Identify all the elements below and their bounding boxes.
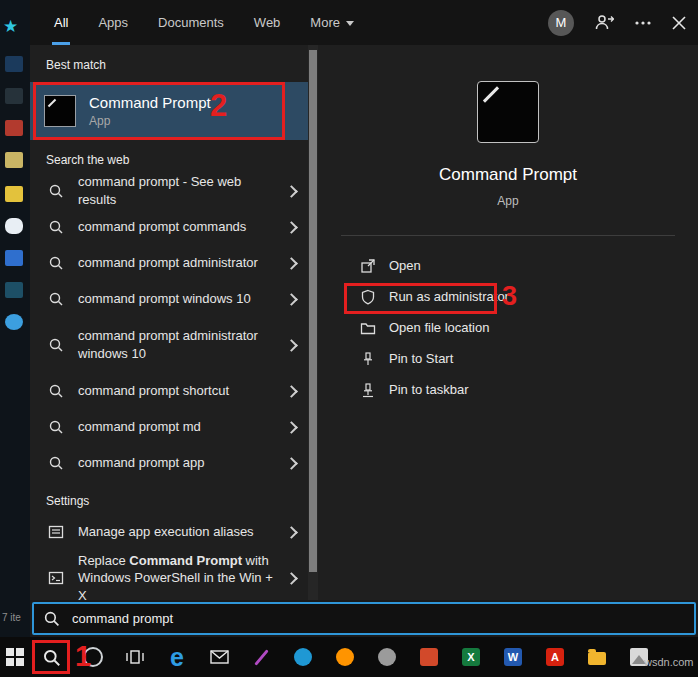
ellipsis-icon[interactable] (634, 20, 652, 26)
web-suggestion[interactable]: command prompt md (30, 409, 308, 445)
taskbar-app-blue-button[interactable] (282, 637, 324, 677)
search-icon (48, 419, 64, 435)
search-icon (48, 455, 64, 471)
action-run-as-administrator[interactable]: Run as administrator (360, 281, 698, 312)
taskbar-word-button[interactable]: W (492, 637, 534, 677)
chevron-right-icon[interactable] (285, 257, 298, 270)
edge-icon: e (170, 645, 184, 670)
action-run-as-administrator-label: Run as administrator (389, 289, 509, 304)
tab-web[interactable]: Web (252, 0, 283, 45)
desktop-icon (5, 282, 23, 298)
chevron-right-icon[interactable] (285, 572, 298, 585)
search-icon (48, 383, 64, 399)
taskbar-search-button[interactable] (30, 637, 72, 677)
taskbar-app-gray-button[interactable] (366, 637, 408, 677)
avatar[interactable]: M (548, 10, 574, 36)
chevron-right-icon[interactable] (285, 221, 298, 234)
search-input[interactable] (70, 610, 685, 627)
chevron-down-icon (346, 21, 354, 26)
best-match-title: Command Prompt (89, 94, 211, 111)
taskbar-excel-button[interactable]: X (450, 637, 492, 677)
acrobat-icon: A (546, 648, 564, 666)
results-scrollbar[interactable] (308, 45, 318, 600)
taskbar-start-button[interactable] (0, 637, 30, 677)
tabs: All Apps Documents Web More (52, 0, 356, 45)
settings-result[interactable]: Replace Command Prompt with Windows Powe… (30, 550, 308, 600)
task-view-icon (125, 649, 145, 665)
desktop-star-icon: ★ (3, 16, 18, 37)
watermark: wsdn.com (644, 656, 694, 668)
desktop-icon (5, 152, 23, 168)
chevron-right-icon[interactable] (285, 339, 298, 352)
web-suggestion[interactable]: command prompt - See web results (30, 173, 308, 209)
web-suggestion[interactable]: command prompt administrator (30, 245, 308, 281)
open-icon (360, 258, 376, 274)
search-icon (48, 255, 64, 271)
settings-result-label-prefix: Replace (78, 553, 129, 568)
search-icon (48, 183, 64, 199)
best-match-subtitle: App (89, 114, 211, 128)
taskbar-ink-button[interactable] (240, 637, 282, 677)
taskbar-app-orange-button[interactable] (408, 637, 450, 677)
sign-in-options-icon[interactable] (594, 14, 614, 32)
tab-apps[interactable]: Apps (96, 0, 130, 45)
chevron-right-icon[interactable] (285, 293, 298, 306)
chevron-right-icon[interactable] (285, 457, 298, 470)
web-suggestion[interactable]: command prompt shortcut (30, 373, 308, 409)
gray-app-icon (378, 648, 396, 666)
chevron-right-icon[interactable] (285, 526, 298, 539)
taskbar-firefox-button[interactable] (324, 637, 366, 677)
firefox-icon (336, 648, 354, 666)
preview-pane: Command Prompt App Open Run as administr… (318, 45, 698, 600)
action-open-file-location[interactable]: Open file location (360, 312, 698, 343)
web-suggestion[interactable]: command prompt windows 10 (30, 281, 308, 317)
desktop-icon (5, 56, 23, 72)
action-pin-to-taskbar[interactable]: Pin to taskbar (360, 374, 698, 405)
context-actions: Open Run as administrator Open file loca… (318, 250, 698, 405)
preview-divider (341, 235, 675, 236)
search-box[interactable] (32, 602, 696, 635)
search-results-body: Best match Command Prompt App Search the… (30, 45, 698, 600)
web-suggestion[interactable]: command prompt app (30, 445, 308, 481)
taskbar-folder-button[interactable] (576, 637, 618, 677)
tab-apps-label: Apps (98, 15, 128, 30)
windows-logo-icon (6, 648, 24, 666)
tab-more-label: More (310, 15, 340, 30)
action-pin-to-start[interactable]: Pin to Start (360, 343, 698, 374)
tab-all[interactable]: All (52, 0, 70, 45)
search-icon (48, 219, 64, 235)
desktop-background: ★ 7 ite (0, 0, 30, 637)
web-suggestion-label: command prompt shortcut (78, 382, 229, 400)
best-match-result[interactable]: Command Prompt App (30, 82, 308, 140)
tab-more[interactable]: More (308, 0, 356, 45)
web-suggestion[interactable]: command prompt administrator windows 10 (30, 317, 308, 373)
settings-result[interactable]: Manage app execution aliases (30, 514, 308, 550)
chevron-right-icon[interactable] (285, 421, 298, 434)
results-list: Best match Command Prompt App Search the… (30, 45, 308, 600)
screen: ★ 7 ite All Apps Documents (0, 0, 698, 677)
topbar-actions: M (548, 0, 686, 45)
taskbar-acrobat-button[interactable]: A (534, 637, 576, 677)
close-icon[interactable] (672, 16, 686, 30)
desktop-icon (5, 250, 23, 266)
word-icon: W (504, 648, 522, 666)
web-suggestion-label: command prompt commands (78, 218, 246, 236)
taskbar-taskview-button[interactable] (114, 637, 156, 677)
action-open-label: Open (389, 258, 421, 273)
chevron-right-icon[interactable] (285, 385, 298, 398)
search-icon (42, 648, 61, 667)
action-pin-to-taskbar-label: Pin to taskbar (389, 382, 469, 397)
terminal-icon (48, 570, 64, 586)
web-suggestion-label: command prompt - See web results (78, 173, 273, 208)
web-suggestion[interactable]: command prompt commands (30, 209, 308, 245)
tab-all-label: All (54, 15, 68, 30)
action-open[interactable]: Open (360, 250, 698, 281)
taskbar-cortana-button[interactable] (72, 637, 114, 677)
scrollbar-thumb[interactable] (309, 50, 317, 572)
explorer-items-count: 7 ite (2, 612, 21, 623)
taskbar-edge-button[interactable]: e (156, 637, 198, 677)
chevron-right-icon[interactable] (285, 185, 298, 198)
tab-documents[interactable]: Documents (156, 0, 226, 45)
settings-result-label-match: Command Prompt (129, 553, 242, 568)
taskbar-mail-button[interactable] (198, 637, 240, 677)
